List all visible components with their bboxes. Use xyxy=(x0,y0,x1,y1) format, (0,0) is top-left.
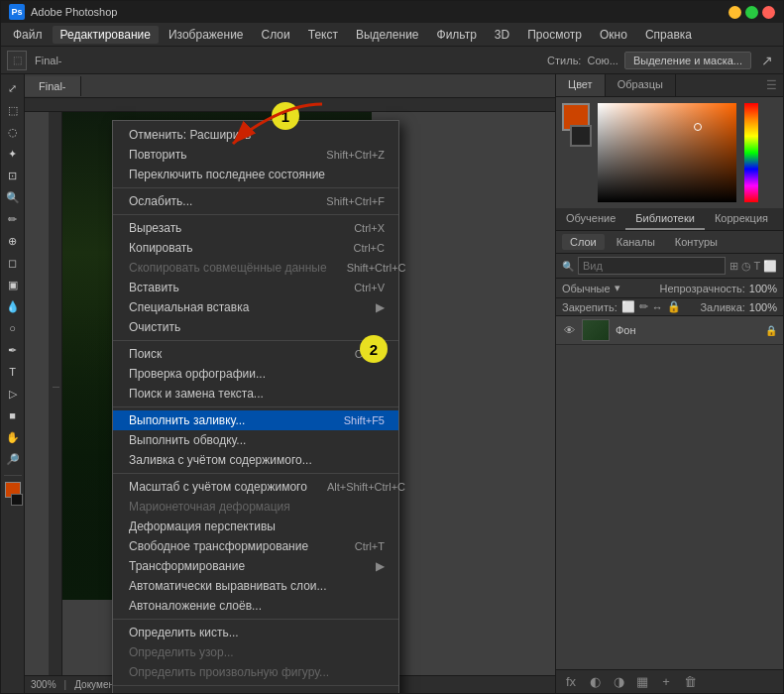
menu-item--------------------[interactable]: Определить кисть... xyxy=(113,623,398,642)
tool-move[interactable]: ⤢ xyxy=(3,78,23,98)
lock-all-icon[interactable]: 🔒 xyxy=(667,300,681,313)
menu-image[interactable]: Изображение xyxy=(161,26,252,44)
menu-item---------[interactable]: Очистить xyxy=(113,317,398,337)
layer-delete-icon[interactable]: 🗑 xyxy=(681,673,699,691)
tool-zoom[interactable]: 🔎 xyxy=(3,449,23,469)
menu-item--------------------[interactable]: Отменить: Расширить xyxy=(113,125,398,145)
menu-item------------------[interactable]: Удалить из памяти▶ xyxy=(113,689,398,693)
menu-item-------------------------------[interactable]: Заливка с учётом содержимого... xyxy=(113,450,398,470)
layer-style-icon[interactable]: fx xyxy=(562,673,580,691)
tool-hand[interactable]: ✋ xyxy=(3,427,23,447)
close-button[interactable] xyxy=(762,6,775,19)
layer-adjustment-icon[interactable]: ◑ xyxy=(610,673,627,691)
layer-visibility-icon[interactable]: 👁 xyxy=(562,323,576,337)
color-hue-slider[interactable] xyxy=(744,103,758,202)
menu-item------------[interactable]: Ослабить...Shift+Ctrl+F xyxy=(113,191,398,211)
menu-help[interactable]: Справка xyxy=(637,26,700,44)
panel-menu-icon[interactable]: ☰ xyxy=(760,74,783,96)
blend-mode-arrow[interactable]: ▾ xyxy=(615,282,620,294)
opacity-value[interactable]: 100% xyxy=(749,283,777,294)
menu-item-----------------------[interactable]: Деформация перспективы xyxy=(113,517,398,536)
menu-item------[interactable]: ПоискCtrl+F xyxy=(113,344,398,364)
tool-eraser[interactable]: ◻ xyxy=(3,253,23,273)
tool-magic[interactable]: ✦ xyxy=(3,144,23,164)
maximize-button[interactable] xyxy=(745,6,758,19)
ruler-top xyxy=(25,98,555,112)
sub-tab-paths[interactable]: Контуры xyxy=(667,234,726,250)
tool-brush[interactable]: ✏ xyxy=(3,209,23,229)
menu-select[interactable]: Выделение xyxy=(348,26,427,44)
sub-tab-layers[interactable]: Слои xyxy=(562,234,605,250)
layer-new-icon[interactable]: + xyxy=(657,673,675,691)
selection-mask-button[interactable]: Выделение и маска... xyxy=(624,52,751,69)
tab-color[interactable]: Цвет xyxy=(556,74,606,96)
tool-pen[interactable]: ✒ xyxy=(3,340,23,360)
tool-path-select[interactable]: ▷ xyxy=(3,384,23,404)
minimize-button[interactable] xyxy=(728,6,741,19)
tab-libraries[interactable]: Библиотеки xyxy=(625,208,705,230)
menu-arrow: ▶ xyxy=(376,692,385,693)
lock-position-icon[interactable]: ↔ xyxy=(652,301,663,313)
tool-lasso[interactable]: ◌ xyxy=(3,122,23,142)
menu-item-----------------------------[interactable]: Масштаб с учётом содержимогоAlt+Shift+Ct… xyxy=(113,477,398,497)
menu-item-------------------------------[interactable]: Автоматически выравнивать слои... xyxy=(113,576,398,596)
menu-window[interactable]: Окно xyxy=(592,26,635,44)
tool-select[interactable]: ⬚ xyxy=(3,100,23,120)
menu-item---------------------[interactable]: Выполнить обводку... xyxy=(113,430,398,450)
menu-item-----------------------[interactable]: Проверка орфографии... xyxy=(113,364,398,384)
tab-swatches[interactable]: Образцы xyxy=(606,74,676,96)
menu-filter[interactable]: Фильтр xyxy=(429,26,485,44)
tool-crop[interactable]: ⊡ xyxy=(3,166,23,185)
menu-item---------------------[interactable]: Выполнить заливку...Shift+F5 xyxy=(113,410,398,430)
tool-type[interactable]: T xyxy=(3,362,23,382)
lock-image-icon[interactable]: ✏ xyxy=(639,300,648,313)
menu-item---------[interactable]: ВставитьCtrl+V xyxy=(113,278,398,297)
fill-value[interactable]: 100% xyxy=(749,301,777,313)
menu-file[interactable]: Файл xyxy=(5,26,51,44)
color-swatches-mini xyxy=(5,482,21,512)
tool-eyedropper[interactable]: 🔍 xyxy=(3,187,23,207)
color-gradient-picker[interactable] xyxy=(598,103,736,202)
menu-item-label: Переключить последнее состояние xyxy=(129,168,325,181)
lock-transparent-icon[interactable]: ⬜ xyxy=(621,300,635,313)
tool-clone[interactable]: ⊕ xyxy=(3,231,23,251)
canvas-area[interactable]: Final- 020 | xyxy=(25,74,555,693)
layer-row-bg[interactable]: 👁 Фон 🔒 xyxy=(556,316,783,345)
menu-item----------------------------[interactable]: Свободное трансформированиеCtrl+T xyxy=(113,536,398,556)
source-label: Сою... xyxy=(587,55,617,66)
menu-text[interactable]: Текст xyxy=(300,26,346,44)
menu-item--------------------[interactable]: Специальная вставка▶ xyxy=(113,297,398,317)
menu-item-label: Очистить xyxy=(129,320,180,334)
layer-mask-icon[interactable]: ◐ xyxy=(586,673,604,691)
sub-tab-channels[interactable]: Каналы xyxy=(609,234,663,250)
menu-item----------[interactable]: ПовторитьShift+Ctrl+Z xyxy=(113,145,398,165)
tool-blur[interactable]: 💧 xyxy=(3,296,23,316)
share-icon[interactable]: ↗ xyxy=(757,51,777,70)
menu-item-----------[interactable]: КопироватьCtrl+C xyxy=(113,238,398,258)
menu-layers[interactable]: Слои xyxy=(254,26,298,44)
tool-gradient[interactable]: ▣ xyxy=(3,275,23,294)
bg-color-mini[interactable] xyxy=(11,494,23,506)
layer-lock-icon: 🔒 xyxy=(765,324,777,336)
menu-item-----------------------[interactable]: Автоналожение слоёв... xyxy=(113,596,398,616)
tool-dodge[interactable]: ○ xyxy=(3,318,23,338)
menu-3d[interactable]: 3D xyxy=(487,26,517,44)
menu-item-label: Ослабить... xyxy=(129,194,192,208)
menu-edit[interactable]: Редактирование xyxy=(53,26,159,44)
tab-learning[interactable]: Обучение xyxy=(556,208,625,230)
menu-view[interactable]: Просмотр xyxy=(519,26,590,44)
document-tab[interactable]: Final- xyxy=(25,76,81,96)
menu-item-------------------------------[interactable]: Переключить последнее состояние xyxy=(113,165,398,184)
menu-item-------------------------[interactable]: Поиск и замена текста... xyxy=(113,384,398,404)
background-color-swatch[interactable] xyxy=(570,125,592,147)
layer-group-icon[interactable]: ▦ xyxy=(633,673,651,691)
layer-name: Фон xyxy=(616,324,759,336)
tools-panel: ⤢ ⬚ ◌ ✦ ⊡ 🔍 ✏ ⊕ ◻ ▣ 💧 ○ ✒ T ▷ ■ ✋ 🔎 xyxy=(1,74,25,693)
tool-shape[interactable]: ■ xyxy=(3,405,23,425)
tab-correction[interactable]: Коррекция xyxy=(705,208,778,230)
menu-item-------------------------------: Определить произвольную фигуру... xyxy=(113,662,398,682)
menu-item---------[interactable]: ВырезатьCtrl+X xyxy=(113,218,398,238)
menu-shortcut: Ctrl+V xyxy=(354,282,385,293)
menu-item------------------[interactable]: Трансформирование▶ xyxy=(113,556,398,576)
layers-search-input[interactable] xyxy=(578,257,726,275)
